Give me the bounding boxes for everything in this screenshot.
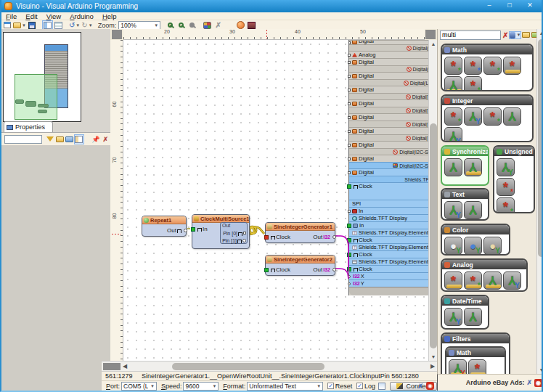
save-button[interactable]: [28, 21, 37, 30]
log-checkbox[interactable]: ✓: [356, 383, 363, 389]
help-icon[interactable]: [236, 21, 245, 30]
category-header[interactable]: Math: [446, 348, 505, 357]
properties-filter-input[interactable]: [4, 135, 42, 144]
board-pin-connector[interactable]: [348, 116, 351, 119]
package-icon[interactable]: [247, 21, 256, 30]
category-header[interactable]: Text: [442, 189, 488, 199]
menu-view[interactable]: View: [42, 12, 65, 20]
board-pin-analog[interactable]: Analog: [349, 51, 428, 58]
board-channel-header[interactable]: Shields.TFT: [349, 176, 428, 182]
palette-search-input[interactable]: [440, 30, 501, 40]
palette-component-icon[interactable]: Y: [444, 76, 462, 91]
board-pin-x[interactable]: I32X: [349, 272, 428, 279]
filter-icon[interactable]: [46, 135, 54, 144]
clear-search-icon[interactable]: ✗: [502, 31, 508, 39]
board-pin-shields.tft display.elements.dra[interactable]: TShields.TFT Display.Elements.Dra: [349, 229, 428, 236]
board-pin-connector[interactable]: [348, 158, 351, 160]
board-pin-shields.tft display.elements.dra[interactable]: TShields.TFT Display.Elements.Dra: [349, 243, 428, 250]
board-pin-connector[interactable]: [348, 75, 351, 78]
palette-component-icon[interactable]: **: [444, 57, 462, 75]
palette-component-icon[interactable]: YY: [497, 158, 515, 176]
new-button[interactable]: [2, 21, 12, 30]
new-category-icon[interactable]: [522, 32, 530, 38]
palette-component-icon[interactable]: YY: [444, 127, 462, 142]
pin-panel-icon[interactable]: 📌: [91, 135, 99, 144]
palette-component-icon[interactable]: YY: [444, 201, 462, 219]
board-pin-connector[interactable]: [348, 171, 351, 174]
pin-gen1-out[interactable]: [332, 235, 336, 239]
palette-component-icon[interactable]: **: [483, 57, 502, 75]
menu-help[interactable]: Help: [98, 12, 121, 20]
board-channel-header[interactable]: Digital(S: [349, 44, 428, 51]
category-header[interactable]: Integer: [442, 96, 532, 105]
category-header[interactable]: Synchronization: [442, 147, 488, 156]
board-pin-connector[interactable]: [347, 267, 351, 271]
dock-panel-icon[interactable]: [75, 135, 83, 144]
zoom-out-button[interactable]: −: [176, 21, 186, 30]
board-pin-clock[interactable]: Clock: [349, 250, 428, 258]
palette-scroll-thumb[interactable]: [538, 39, 543, 257]
board-pin-connector[interactable]: [348, 275, 351, 278]
maximize-button[interactable]: □: [499, 1, 520, 10]
palette-component-icon[interactable]: Y: [464, 308, 482, 326]
menu-file[interactable]: File: [1, 12, 21, 20]
component-repeat1[interactable]: Repeat1 Out: [142, 216, 187, 237]
board-pin-clock[interactable]: Clock: [349, 265, 428, 272]
palette-component-icon[interactable]: *: [468, 359, 486, 374]
properties-tab[interactable]: Properties: [4, 121, 53, 132]
board-pin-digital[interactable]: Digital: [349, 168, 428, 176]
build-upload-button[interactable]: [203, 21, 212, 30]
board-pin-connector[interactable]: [347, 224, 351, 228]
palette-component-icon[interactable]: **: [444, 107, 462, 126]
close-panel-icon[interactable]: ✗: [102, 135, 110, 144]
board-pin-digital[interactable]: Digital: [349, 127, 428, 134]
board-pin-digital[interactable]: Digital: [349, 86, 428, 93]
board-pin-shields.tft display.elements.dra[interactable]: Shields.TFT Display.Elements.Dra: [349, 258, 428, 265]
board-pin-connector[interactable]: [348, 102, 351, 105]
format-select[interactable]: Unformatted Text▼: [247, 382, 323, 391]
close-button[interactable]: ✕: [520, 1, 540, 10]
open-button[interactable]: ▼: [13, 21, 26, 30]
board-pin-clock[interactable]: Clock: [349, 236, 428, 243]
board-pin-connector[interactable]: [348, 89, 351, 91]
board-channel-header[interactable]: Digital[ 1: [349, 121, 428, 127]
hscroll-thumb[interactable]: [172, 363, 324, 370]
board-channel-header[interactable]: Digital(LE: [349, 79, 428, 86]
board-channel-header[interactable]: Digital[ 1: [349, 93, 428, 99]
board-pin-digital[interactable]: Digital: [349, 155, 428, 162]
pin-clockmulti-in[interactable]: [191, 227, 195, 232]
zoom-in-button[interactable]: +: [166, 21, 175, 30]
speed-select[interactable]: 9600▼: [183, 382, 219, 391]
power-icon[interactable]: ◉: [426, 382, 434, 390]
menu-arduino[interactable]: Arduino: [65, 12, 98, 20]
board-channel-header[interactable]: Digital(I2C-SD: [349, 148, 428, 155]
palette-component-icon[interactable]: **: [483, 107, 502, 126]
board-pin-digital[interactable]: Digital: [349, 58, 428, 65]
palette-component-icon[interactable]: Y: [503, 107, 521, 126]
palette-scrollbar[interactable]: ▲▼: [536, 29, 543, 374]
palette-component-icon[interactable]: Y: [444, 158, 462, 176]
close-ads-icon[interactable]: ✗: [526, 379, 532, 386]
palette-component-icon[interactable]: *: [503, 57, 521, 75]
vscroll-thumb[interactable]: [430, 123, 437, 348]
category-header[interactable]: Math: [442, 45, 532, 54]
palette-component-icon[interactable]: ●Y: [483, 237, 502, 255]
board-pin-digital[interactable]: Digital: [349, 113, 428, 121]
board-pin-connector[interactable]: [347, 184, 351, 189]
expand-all-icon[interactable]: [55, 135, 63, 144]
pin-clockmulti-pin1[interactable]: [242, 239, 246, 242]
undo-button[interactable]: ↺▼: [69, 21, 80, 30]
board-pin-connector[interactable]: [348, 54, 351, 57]
board-pin-clock[interactable]: Clock: [349, 182, 428, 189]
minimap-viewport[interactable]: [15, 74, 57, 120]
component-sineintegergenerator2[interactable]: SineIntegerGenerator2 Clock OutI32: [265, 255, 335, 276]
palette-component-icon[interactable]: **: [464, 271, 482, 290]
pin-clockmulti-pin0[interactable]: [243, 232, 246, 234]
category-header[interactable]: Color: [442, 225, 509, 234]
board-channel-header[interactable]: Digital(S: [349, 65, 428, 72]
pin-gen1-clock[interactable]: [264, 235, 269, 240]
palette-component-icon[interactable]: YY: [464, 107, 482, 126]
board-channel-header[interactable]: Digital(I2C-SC: [349, 162, 428, 168]
reset-checkbox[interactable]: ✓: [327, 383, 334, 389]
terminal-icon[interactable]: [378, 383, 385, 390]
